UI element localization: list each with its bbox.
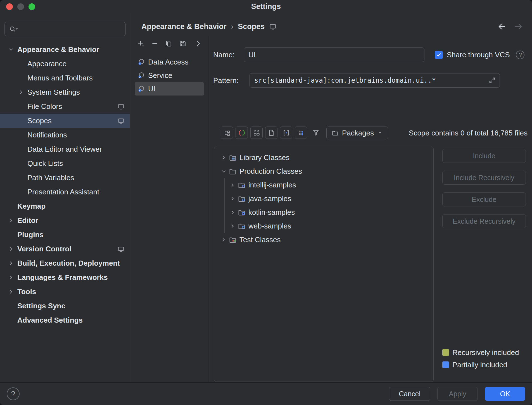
chevron-icon[interactable] (17, 117, 25, 125)
chevron-icon[interactable] (17, 88, 25, 97)
view-option-show-scope-colors[interactable] (236, 127, 248, 139)
sidebar-item-system-settings[interactable]: System Settings (0, 85, 130, 99)
back-button[interactable] (496, 22, 506, 32)
pattern-input[interactable] (250, 73, 500, 88)
sidebar-item-label: Quick Lists (27, 159, 63, 168)
tree-node-test-classes[interactable]: Test Classes (214, 233, 433, 247)
scope-name-input[interactable] (244, 47, 424, 62)
scope-item-ui[interactable]: UI (135, 82, 204, 96)
tree-node-production-classes[interactable]: Production Classes (214, 165, 433, 178)
chevron-icon[interactable] (17, 131, 25, 139)
sidebar-item-path-variables[interactable]: Path Variables (0, 171, 130, 185)
chevron-icon[interactable] (17, 188, 25, 196)
view-option-show-as-tree[interactable] (221, 127, 233, 139)
chevron-icon[interactable] (228, 222, 237, 230)
sidebar-item-label: Scopes (27, 116, 52, 125)
chevron-icon[interactable] (17, 159, 25, 168)
sidebar-item-quick-lists[interactable]: Quick Lists (0, 156, 130, 171)
chevron-icon[interactable] (7, 46, 15, 54)
chevron-icon[interactable] (7, 273, 15, 282)
sidebar-item-menus-and-toolbars[interactable]: Menus and Toolbars (0, 71, 130, 85)
screen-icon (117, 117, 125, 125)
sidebar-item-appearance-behavior[interactable]: Appearance & Behavior (0, 42, 130, 57)
chevron-icon[interactable] (7, 259, 15, 268)
chevron-icon[interactable] (17, 74, 25, 82)
chevron-icon[interactable] (7, 231, 15, 239)
help-button[interactable]: ? (7, 387, 20, 400)
chevron-icon[interactable] (17, 103, 25, 111)
sidebar-item-appearance[interactable]: Appearance (0, 57, 130, 71)
scopes-toolbar-save[interactable] (179, 40, 187, 47)
chevron-icon[interactable] (228, 208, 237, 217)
action-include-recursively[interactable]: Include Recursively (442, 171, 526, 185)
sidebar-item-keymap[interactable]: Keymap (0, 199, 130, 213)
settings-search-box[interactable] (4, 22, 126, 36)
breadcrumb-appearance-behavior[interactable]: Appearance & Behavior (141, 22, 227, 31)
legend-label: Partially included (452, 361, 507, 369)
sidebar-item-plugins[interactable]: Plugins (0, 228, 130, 242)
view-option-show-packages[interactable] (295, 127, 307, 139)
chevron-icon[interactable] (17, 60, 25, 68)
vcs-help-button[interactable]: ? (516, 51, 524, 59)
sidebar-item-file-colors[interactable]: File Colors (0, 99, 130, 114)
chevron-icon[interactable] (219, 167, 228, 176)
legend-label: Recursively included (452, 348, 519, 357)
view-option-filter[interactable] (310, 127, 322, 139)
scope-item-data-access[interactable]: Data Access (135, 55, 204, 69)
forward-button[interactable] (514, 22, 524, 32)
settings-search-input[interactable] (20, 25, 122, 34)
action-exclude-recursively[interactable]: Exclude Recursively (442, 214, 526, 228)
ok-button[interactable]: OK (485, 387, 525, 401)
chevron-icon[interactable] (7, 216, 15, 225)
apply-button[interactable]: Apply (437, 387, 478, 401)
tree-node-library-classes[interactable]: Library Classes (214, 151, 433, 165)
scopes-toolbar-add[interactable] (137, 40, 145, 47)
view-option-flatten-packages[interactable] (280, 127, 292, 139)
chevron-icon[interactable] (17, 145, 25, 154)
chevron-icon[interactable] (7, 202, 15, 211)
cancel-button[interactable]: Cancel (389, 387, 430, 401)
sidebar-item-scopes[interactable]: Scopes (0, 114, 130, 128)
sidebar-item-languages-frameworks[interactable]: Languages & Frameworks (0, 270, 130, 285)
sidebar-item-version-control[interactable]: Version Control (0, 242, 130, 256)
sidebar-item-tools[interactable]: Tools (0, 285, 130, 299)
folder-icon (238, 195, 246, 203)
chevron-icon[interactable] (7, 316, 15, 325)
sidebar-item-label: Languages & Frameworks (17, 273, 108, 282)
breadcrumb-scopes[interactable]: Scopes (238, 22, 265, 31)
sidebar-item-build-execution-deployment[interactable]: Build, Execution, Deployment (0, 256, 130, 270)
screen-icon (269, 23, 277, 30)
chevron-icon[interactable] (7, 302, 15, 310)
share-vcs-checkbox[interactable] (435, 51, 443, 59)
sidebar-item-advanced-settings[interactable]: Advanced Settings (0, 313, 130, 327)
tree-node-java-samples[interactable]: java-samples (214, 192, 433, 206)
chevron-icon[interactable] (219, 154, 228, 162)
scopes-toolbar-remove[interactable] (151, 40, 159, 47)
scope-item-service[interactable]: Service (135, 69, 204, 82)
action-exclude[interactable]: Exclude (442, 192, 526, 206)
tree-node-intellij-samples[interactable]: intellij-samples (214, 178, 433, 192)
chevron-icon[interactable] (228, 195, 237, 203)
sidebar-item-editor[interactable]: Editor (0, 213, 130, 228)
sidebar-item-data-editor-and-viewer[interactable]: Data Editor and Viewer (0, 142, 130, 156)
chevron-icon[interactable] (7, 245, 15, 253)
chevron-icon[interactable] (219, 236, 228, 244)
settings-window: Settings Appearance & Behavior Appearanc… (0, 0, 532, 405)
sidebar-item-notifications[interactable]: Notifications (0, 128, 130, 142)
tree-node-web-samples[interactable]: web-samples (214, 219, 433, 233)
sidebar-item-presentation-assistant[interactable]: Presentation Assistant (0, 185, 130, 199)
chevron-icon[interactable] (7, 288, 15, 296)
tree-node-kotlin-samples[interactable]: kotlin-samples (214, 206, 433, 219)
scopes-list: Data Access Service UI (131, 55, 208, 96)
tree-node-label: Test Classes (239, 235, 281, 244)
expand-pattern-icon[interactable] (488, 77, 496, 84)
scopes-toolbar-collapse[interactable] (194, 40, 202, 47)
action-include[interactable]: Include (442, 149, 526, 163)
scopes-toolbar-copy[interactable] (165, 40, 173, 47)
chevron-icon[interactable] (228, 181, 237, 189)
packages-dropdown[interactable]: Packages (326, 127, 388, 139)
view-option-show-files[interactable] (265, 127, 277, 139)
view-option-show-module-groups[interactable] (250, 127, 263, 139)
chevron-icon[interactable] (17, 174, 25, 182)
sidebar-item-settings-sync[interactable]: Settings Sync (0, 299, 130, 313)
